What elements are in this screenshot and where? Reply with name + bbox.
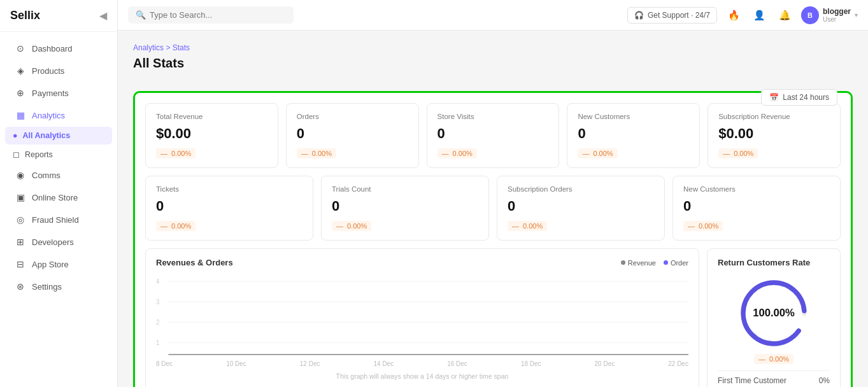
line-chart-area: 4 3 2 1 <box>156 275 688 358</box>
sidebar-item-label: Products <box>32 66 64 76</box>
search-box[interactable]: 🔍 <box>128 6 294 24</box>
svg-text:4: 4 <box>156 278 160 285</box>
user-name: blogger <box>823 7 851 16</box>
dashboard-icon: ⊙ <box>15 43 25 53</box>
stat-label: Trials Count <box>332 185 478 193</box>
sidebar: Sellix ◀ ⊙ Dashboard ◈ Products ⊕ Paymen… <box>0 0 118 387</box>
stat-value: 0 <box>297 125 408 142</box>
sidebar-item-analytics[interactable]: ▦ Analytics <box>5 104 112 126</box>
revenue-orders-chart: Revenues & Orders Revenue Order <box>145 248 699 387</box>
stat-value: 0 <box>156 198 302 215</box>
sidebar-item-label: Online Store <box>32 193 78 202</box>
x-label-2: 12 Dec <box>300 360 320 367</box>
user-circle-icon[interactable]: 👤 <box>750 6 768 24</box>
fraud-shield-icon: ◎ <box>15 215 25 225</box>
stat-value: $0.00 <box>156 125 267 142</box>
sidebar-item-developers[interactable]: ⊞ Developers <box>5 231 112 253</box>
stat-card-subscription-revenue: Subscription Revenue $0.00 0.00% <box>708 103 841 168</box>
x-label-0: 8 Dec <box>156 360 173 367</box>
return-chart-title: Return Customers Rate <box>718 258 810 267</box>
sidebar-subitem-all-analytics[interactable]: ● All Analytics <box>5 127 112 144</box>
payments-icon: ⊕ <box>15 88 25 98</box>
sidebar-item-app-store[interactable]: ⊟ App Store <box>5 253 112 275</box>
legend-revenue-label: Revenue <box>628 259 656 267</box>
stat-value: 0 <box>683 198 830 215</box>
chart-header: Revenues & Orders Revenue Order <box>156 258 688 267</box>
stat-card-subscription-orders: Subscription Orders 0 0.00% <box>497 176 665 241</box>
sidebar-item-products[interactable]: ◈ Products <box>5 60 112 81</box>
gauge-svg: 100.00% <box>732 275 815 351</box>
stat-card-new-customers: New Customers 0 0.00% <box>567 103 700 168</box>
all-analytics-icon: ● <box>13 131 18 140</box>
chevron-down-icon: ▾ <box>855 11 858 18</box>
x-label-6: 20 Dec <box>595 360 615 367</box>
stat-label: Subscription Orders <box>508 185 654 193</box>
legend-order: Order <box>664 259 688 267</box>
sidebar-item-comms[interactable]: ◉ Comms <box>5 164 112 186</box>
sidebar-item-label: Settings <box>32 282 62 292</box>
user-role: User <box>823 16 851 23</box>
return-customers-chart: Return Customers Rate 100.00% 0.00% Firs… <box>707 248 841 387</box>
sidebar-subitem-reports[interactable]: ◻ Reports <box>5 145 112 164</box>
stat-label: Total Revenue <box>156 113 267 120</box>
stat-card-total-revenue: Total Revenue $0.00 0.00% <box>145 103 278 168</box>
page-header: Analytics > Stats All Stats 📅 Last 24 ho… <box>133 43 853 81</box>
stat-card-orders: Orders 0 0.00% <box>286 103 419 168</box>
stat-badge: 0.00% <box>332 221 371 231</box>
stat-value: $0.00 <box>718 125 830 142</box>
svg-text:3: 3 <box>156 299 160 306</box>
stat-cards-row-1: Total Revenue $0.00 0.00% Orders 0 0.00%… <box>145 103 841 168</box>
main-content: Analytics > Stats All Stats 📅 Last 24 ho… <box>118 31 868 387</box>
support-button[interactable]: 🎧 Get Support · 24/7 <box>627 7 717 24</box>
settings-icon: ⊛ <box>15 281 25 292</box>
sidebar-item-settings[interactable]: ⊛ Settings <box>5 276 112 297</box>
headset-icon: 🎧 <box>634 11 644 20</box>
sidebar-item-dashboard[interactable]: ⊙ Dashboard <box>5 38 112 59</box>
app-logo: Sellix <box>10 9 40 22</box>
date-filter-button[interactable]: 📅 Last 24 hours <box>761 89 837 106</box>
breadcrumb-parent: Analytics <box>133 43 164 52</box>
stat-card-store-visits: Store Visits 0 0.00% <box>427 103 560 168</box>
stat-cards-row-2: Tickets 0 0.00% Trials Count 0 0.00% Sub… <box>145 176 841 241</box>
stat-label: Subscription Revenue <box>718 113 830 120</box>
stat-badge: 0.00% <box>156 221 196 231</box>
stat-label: Tickets <box>156 185 302 193</box>
date-filter-label: Last 24 hours <box>783 93 829 102</box>
sidebar-item-label: App Store <box>32 260 69 269</box>
breadcrumb: Analytics > Stats <box>133 43 853 52</box>
chart-note: This graph will always show a 14 days or… <box>156 372 688 380</box>
x-label-1: 10 Dec <box>226 360 246 367</box>
fire-icon-button[interactable]: 🔥 <box>725 6 743 24</box>
sidebar-item-label: Developers <box>32 237 74 247</box>
stat-card-new-customers-2: New Customers 0 0.00% <box>672 176 841 241</box>
stat-card-trials-count: Trials Count 0 0.00% <box>321 176 489 241</box>
stat-badge: 0.00% <box>718 148 758 158</box>
stat-value: 0 <box>438 125 549 142</box>
sidebar-item-fraud-shield[interactable]: ◎ Fraud Shield <box>5 209 112 230</box>
x-label-5: 18 Dec <box>521 360 541 367</box>
x-label-3: 14 Dec <box>374 360 394 367</box>
sidebar-nav: ⊙ Dashboard ◈ Products ⊕ Payments ▦ Anal… <box>0 32 117 387</box>
online-store-icon: ▣ <box>15 192 25 202</box>
sidebar-subitem-label: Reports <box>25 150 53 159</box>
user-badge[interactable]: B blogger User ▾ <box>801 6 858 24</box>
stat-badge: 0.00% <box>438 148 477 158</box>
stat-value: 0 <box>508 198 654 215</box>
return-rate-badge: 0.00% <box>754 354 793 364</box>
stat-label: New Customers <box>578 113 689 120</box>
search-icon: 🔍 <box>136 10 146 20</box>
sidebar-collapse-button[interactable]: ◀ <box>99 10 107 22</box>
stat-badge: 0.00% <box>297 148 336 158</box>
search-input[interactable] <box>150 10 286 20</box>
first-time-customer: First Time Customer 0% <box>718 370 830 385</box>
bell-icon[interactable]: 🔔 <box>776 6 793 24</box>
chart-legend: Revenue Order <box>621 259 688 267</box>
stats-container: Total Revenue $0.00 0.00% Orders 0 0.00%… <box>133 91 853 387</box>
topbar-right: 🎧 Get Support · 24/7 🔥 👤 🔔 B blogger Use… <box>627 6 858 24</box>
stat-label: Store Visits <box>438 113 549 120</box>
x-label-7: 22 Dec <box>668 360 688 367</box>
sidebar-item-online-store[interactable]: ▣ Online Store <box>5 186 112 208</box>
sidebar-item-payments[interactable]: ⊕ Payments <box>5 82 112 104</box>
support-label: Get Support · 24/7 <box>648 11 710 20</box>
stat-card-tickets: Tickets 0 0.00% <box>145 176 313 241</box>
